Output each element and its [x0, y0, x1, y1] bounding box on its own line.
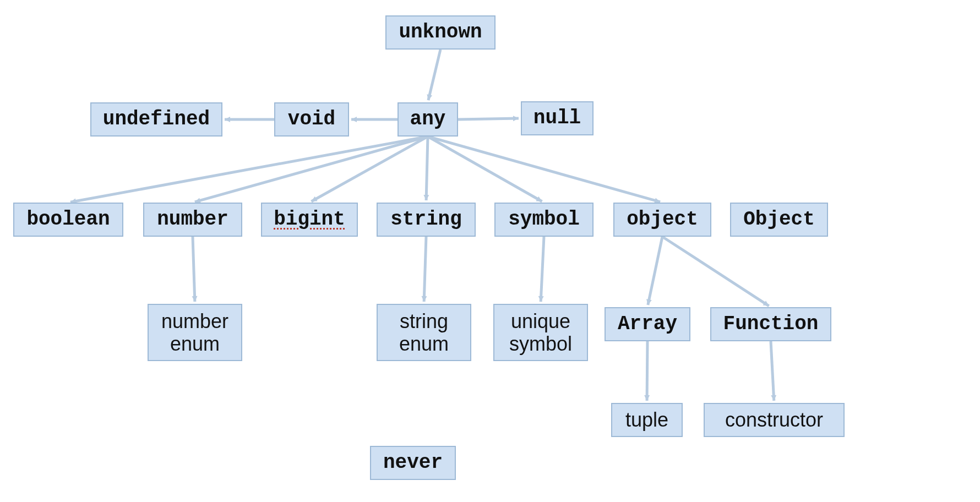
edge-any-to-symbol	[428, 137, 542, 201]
node-symbol: symbol	[494, 203, 594, 237]
node-tuple: tuple	[611, 403, 683, 437]
edge-any-to-bigint	[311, 137, 428, 201]
node-number: number	[143, 203, 242, 237]
edge-any-to-boolean	[70, 137, 428, 202]
node-unique-symbol: unique symbol	[493, 304, 588, 361]
edge-string-to-string_enum	[424, 237, 426, 302]
node-boolean: boolean	[13, 203, 123, 237]
edge-number-to-number_enum	[193, 237, 195, 302]
node-bigint: bigint	[261, 203, 358, 237]
node-void: void	[274, 102, 349, 137]
node-object: object	[613, 203, 711, 237]
node-number-enum: number enum	[148, 304, 242, 361]
node-constructor: constructor	[704, 403, 845, 437]
edge-object-to-Array	[648, 237, 662, 305]
edge-any-to-null	[458, 118, 519, 119]
edge-unknown-to-any	[428, 50, 440, 100]
node-null: null	[521, 101, 594, 135]
node-object-cap: Object	[730, 203, 828, 237]
edge-Array-to-tuple	[647, 341, 647, 401]
node-undefined: undefined	[90, 102, 222, 137]
node-string: string	[377, 203, 476, 237]
node-array: Array	[605, 307, 690, 341]
node-string-enum: string enum	[377, 304, 471, 361]
edge-any-to-string	[426, 137, 428, 200]
node-function: Function	[710, 307, 831, 341]
edge-any-to-number	[195, 137, 428, 202]
node-any: any	[398, 102, 458, 137]
edge-any-to-object	[428, 137, 660, 202]
node-never: never	[370, 446, 456, 480]
node-unknown: unknown	[385, 15, 496, 50]
edge-Function-to-constructor	[771, 341, 774, 401]
diagram-canvas: unknown any void undefined null boolean …	[0, 0, 980, 502]
edge-symbol-to-unique_symbol	[541, 237, 544, 302]
edge-object-to-Function	[662, 237, 769, 306]
